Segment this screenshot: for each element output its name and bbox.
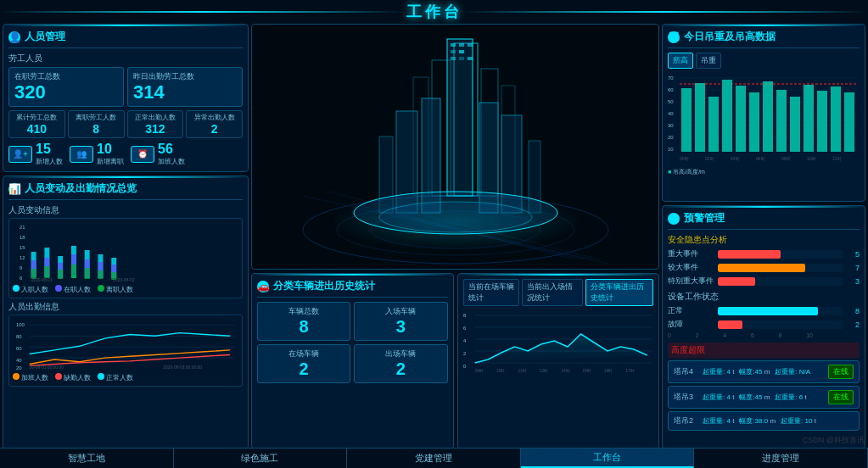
- hazard-label-2: 特别重大事件: [668, 276, 714, 287]
- svg-text:80: 80: [16, 334, 22, 339]
- warning-panel: ⚠ 预警管理 安全隐患点分析 重大事件 5 较大事件: [662, 205, 865, 449]
- crane-row-0: 塔吊4 起重量: 4 t 幅度:45 m 起重量: N/A: [668, 360, 860, 383]
- acc-value: 410: [13, 122, 61, 136]
- hazard-title: 安全隐患点分析: [668, 234, 860, 246]
- svg-text:04时: 04时: [731, 156, 740, 161]
- personnel-change-chart: 21 18 15 12 9 6: [13, 222, 238, 281]
- svg-text:40: 40: [16, 358, 22, 363]
- svg-rect-112: [776, 90, 787, 152]
- device-bar-bg-1: [718, 320, 843, 329]
- svg-rect-114: [804, 85, 814, 152]
- footer-tab-3[interactable]: 工作台: [521, 448, 695, 468]
- new-hire-label: 新增人数: [36, 157, 63, 166]
- crane-chart-title: 🏗 今日吊重及吊高数据: [668, 30, 860, 48]
- svg-rect-116: [831, 86, 841, 152]
- center-column: 🚗 分类车辆进出历史统计 车辆总数 8 入场车辆 3 在场车: [251, 24, 659, 449]
- vehicle-tab-current[interactable]: 当前在场车辆统计: [463, 279, 519, 306]
- device-val-1: 2: [846, 320, 860, 329]
- left-column: 👤 人员管理 劳工人员 在职劳工总数 320 昨日出勤劳工总数 314: [3, 24, 249, 449]
- footer-tab-2[interactable]: 党建管理: [347, 448, 521, 468]
- crane-chart-tabs: 所高 吊重: [668, 53, 860, 69]
- svg-text:20: 20: [16, 365, 22, 370]
- vehicle-history-chart: 8 6 4 2 0: [463, 309, 654, 376]
- crane-tab-weight[interactable]: 吊重: [696, 53, 721, 69]
- svg-text:12时: 12时: [832, 156, 842, 161]
- svg-text:17时: 17时: [625, 368, 634, 373]
- new-hire-num: 15: [36, 142, 63, 157]
- right-column: 🏗 今日吊重及吊高数据 所高 吊重 70 60 50 40 30 20: [662, 24, 865, 449]
- svg-text:9: 9: [20, 265, 23, 270]
- svg-rect-110: [749, 92, 759, 152]
- crane-tab-all[interactable]: 所高: [668, 53, 693, 69]
- vehicle-total-value: 8: [261, 317, 346, 337]
- center-bottom: 🚗 分类车辆进出历史统计 车辆总数 8 入场车辆 3 在场车: [251, 273, 659, 449]
- crane-name-1: 塔吊3: [674, 392, 699, 403]
- new-hire-icon: 👤+: [8, 146, 32, 163]
- hazard-bar-bg-2: [718, 277, 843, 286]
- svg-rect-105: [681, 88, 692, 152]
- city-3d-visual: [252, 25, 658, 269]
- svg-rect-14: [58, 270, 63, 279]
- svg-rect-58: [468, 43, 473, 47]
- device-row-1: 故障 2: [668, 319, 860, 330]
- crane-row-2: 塔吊2 起重量: 4 t 幅度:38.0 m 起重量: 10 t: [668, 411, 860, 431]
- new-hire-stat: 👤+ 15 新增人数: [8, 142, 63, 166]
- svg-text:10: 10: [668, 147, 674, 152]
- today-attend-stat: 昨日出勤劳工总数 314: [127, 67, 243, 107]
- overtime-num: 56: [158, 142, 185, 157]
- header: 工作台: [0, 0, 868, 24]
- svg-rect-109: [736, 86, 746, 152]
- device-x-labels: 0246810: [668, 332, 860, 338]
- svg-text:10时: 10时: [807, 156, 816, 161]
- resign-value: 8: [72, 122, 120, 136]
- new-resign-num: 10: [97, 142, 124, 157]
- svg-rect-113: [790, 97, 800, 152]
- device-section: 设备工作状态 正常 8 故障 2: [668, 291, 860, 338]
- svg-text:6: 6: [463, 326, 467, 331]
- person-icon: 👤: [8, 31, 20, 43]
- footer-tab-1[interactable]: 绿色施工: [174, 448, 348, 468]
- absent-value: 2: [190, 122, 238, 136]
- header-deco-right: [462, 11, 869, 13]
- vehicle-panel: 🚗 分类车辆进出历史统计 车辆总数 8 入场车辆 3 在场车: [251, 273, 454, 449]
- svg-rect-17: [71, 265, 76, 278]
- svg-rect-107: [708, 97, 719, 152]
- svg-text:21: 21: [20, 225, 25, 230]
- change-icon: 📊: [8, 183, 20, 195]
- svg-text:60: 60: [16, 346, 22, 351]
- overtime-stat: ⏰ 56 加班人数: [131, 142, 185, 166]
- svg-text:30: 30: [668, 123, 674, 128]
- vehicle-tab-history[interactable]: 分类车辆进出历史统计: [585, 279, 653, 306]
- city-svg: [277, 26, 634, 268]
- content-area: 👤 人员管理 劳工人员 在职劳工总数 320 昨日出勤劳工总数 314: [0, 24, 868, 449]
- normal-attend-label: 正常出勤人数: [132, 113, 180, 122]
- svg-text:12: 12: [20, 255, 25, 260]
- overtime-icon: ⏰: [131, 146, 154, 163]
- vehicle-tab-inout[interactable]: 当前出入场情况统计: [522, 279, 584, 306]
- svg-rect-115: [817, 91, 827, 152]
- bar-chart-container: 70 60 50 40 30 20 10: [668, 71, 860, 164]
- svg-rect-63: [468, 57, 473, 60]
- attend-chart: 100 80 60 40 20: [13, 319, 238, 370]
- svg-text:60: 60: [668, 87, 674, 92]
- svg-text:0: 0: [463, 364, 467, 369]
- svg-text:10时: 10时: [496, 368, 505, 373]
- svg-text:6: 6: [20, 276, 23, 281]
- footer-tab-4[interactable]: 进度管理: [694, 448, 868, 468]
- page-title: 工作台: [406, 2, 462, 22]
- accumulated-stat: 累计劳工总数 410: [8, 110, 65, 138]
- warning-icon: ⚠: [668, 213, 680, 225]
- crane-field-span-0: 幅度:45 m: [739, 367, 770, 376]
- crane-section: 高度超限 塔吊4 起重量: 4 t 幅度:45 m 起重量: [668, 343, 860, 431]
- vehicle-chart-panel: 当前在场车辆统计 当前出入场情况统计 分类车辆进出历史统计 8 6 4 2 0: [457, 273, 660, 449]
- svg-text:18: 18: [20, 235, 25, 240]
- crane-status-0: 在线: [828, 365, 854, 379]
- crane-info-0: 起重量: 4 t 幅度:45 m 起重量: N/A: [703, 367, 825, 376]
- resign-label: 离职劳工人数: [72, 113, 120, 122]
- crane-field-weight-1: 起重量: 4 t: [703, 393, 734, 402]
- header-deco-left: [0, 11, 406, 13]
- svg-text:2020-08-01: 2020-08-01: [31, 278, 53, 281]
- footer-tab-0[interactable]: 智慧工地: [0, 448, 174, 468]
- change-title: 📊 人员变动及出勤情况总览: [8, 181, 243, 200]
- svg-text:15时: 15时: [582, 368, 591, 373]
